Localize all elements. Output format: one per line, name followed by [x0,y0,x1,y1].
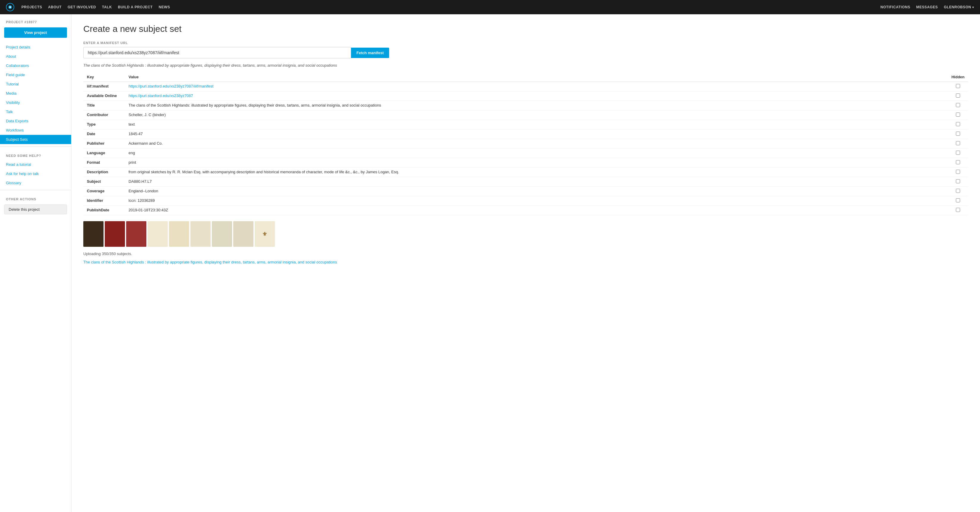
upload-status: Uploading 350/350 subjects. [83,252,968,256]
thumb-8 [233,221,253,247]
nav-left: PROJECTS ABOUT GET INVOLVED TALK BUILD A… [6,3,170,11]
cell-key: Type [83,120,125,129]
table-row: Descriptionfrom original sketches by R. … [83,167,968,177]
sidebar-item-subject-sets[interactable]: Subject Sets [0,135,71,144]
nav-notifications[interactable]: NOTIFICATIONS [880,5,910,9]
zooniverse-logo[interactable] [6,3,14,11]
thumb-9: ⚜ [255,221,275,247]
cell-value: lccn: 12036289 [125,196,948,206]
cell-hidden[interactable] [948,158,968,167]
thumb-4 [148,221,168,247]
hidden-checkbox[interactable] [956,170,960,174]
table-row: Date1845-47 [83,129,968,139]
cell-hidden[interactable] [948,206,968,215]
cell-value[interactable]: https://purl.stanford.edu/xs238yz7087 [125,91,948,101]
hidden-checkbox[interactable] [956,179,960,183]
cell-hidden[interactable] [948,167,968,177]
sidebar-item-tutorial[interactable]: Tutorial [0,80,71,89]
cell-hidden[interactable] [948,148,968,158]
cell-hidden[interactable] [948,110,968,120]
sidebar-item-talk[interactable]: Talk [0,107,71,116]
cell-hidden[interactable] [948,177,968,187]
cell-key: iiif:manifest [83,82,125,91]
col-hidden: Hidden [948,72,968,82]
sidebar-item-workflows[interactable]: Workflows [0,126,71,135]
hidden-checkbox[interactable] [956,122,960,126]
nav-links: PROJECTS ABOUT GET INVOLVED TALK BUILD A… [21,5,170,9]
fetch-manifest-button[interactable]: Fetch manifest [351,48,389,58]
nav-get-involved[interactable]: GET INVOLVED [68,5,96,9]
cell-hidden[interactable] [948,101,968,110]
cell-hidden[interactable] [948,187,968,196]
svg-point-2 [9,6,11,8]
sidebar-item-media[interactable]: Media [0,89,71,98]
hidden-checkbox[interactable] [956,151,960,155]
sidebar-item-project-details[interactable]: Project details [0,43,71,52]
hidden-checkbox[interactable] [956,84,960,88]
hidden-checkbox[interactable] [956,94,960,97]
cell-key: PublishDate [83,206,125,215]
sidebar-item-data-exports[interactable]: Data Exports [0,116,71,126]
hidden-checkbox[interactable] [956,103,960,107]
cell-key: Format [83,158,125,167]
nav-username: GLENROBSON [944,5,971,9]
hidden-checkbox[interactable] [956,189,960,193]
view-project-button[interactable]: View project [4,27,67,38]
table-row: iiif:manifesthttps://purl.stanford.edu/x… [83,82,968,91]
sidebar-item-field-guide[interactable]: Field guide [0,70,71,80]
nav-about[interactable]: ABOUT [48,5,62,9]
sidebar-item-about[interactable]: About [0,52,71,61]
nav-build[interactable]: BUILD A PROJECT [118,5,153,9]
cell-hidden[interactable] [948,139,968,148]
cell-value: DA880.H7.L7 [125,177,948,187]
cell-hidden[interactable] [948,91,968,101]
table-row: Typetext [83,120,968,129]
hidden-checkbox[interactable] [956,198,960,203]
sidebar-item-ask-help[interactable]: Ask for help on talk [0,169,71,178]
table-row: Formatprint [83,158,968,167]
hidden-checkbox[interactable] [956,141,960,145]
hidden-checkbox[interactable] [956,208,960,212]
sidebar-item-glossary[interactable]: Glossary [0,178,71,188]
other-actions-label: OTHER ACTIONS [0,193,71,203]
cell-key: Description [83,167,125,177]
cell-value: print [125,158,948,167]
cell-key: Available Online [83,91,125,101]
table-row: ContributorScheller, J. C (binder) [83,110,968,120]
manifest-url-input[interactable] [83,47,351,58]
cell-value: eng [125,148,948,158]
cell-value[interactable]: https://purl.stanford.edu/xs238yz7087/ii… [125,82,948,91]
hidden-checkbox[interactable] [956,113,960,117]
thumb-6 [190,221,211,247]
cell-key: Date [83,129,125,139]
cell-hidden[interactable] [948,196,968,206]
meta-link[interactable]: https://purl.stanford.edu/xs238yz7087/ii… [129,84,213,88]
meta-link[interactable]: https://purl.stanford.edu/xs238yz7087 [129,94,193,98]
page-title: Create a new subject set [83,24,968,34]
sidebar-item-collaborators[interactable]: Collaborators [0,61,71,70]
main-content: Create a new subject set ENTER A MANIFES… [72,14,980,512]
nav-talk[interactable]: TALK [102,5,112,9]
page-layout: PROJECT #18977 View project Project deta… [0,14,980,512]
help-section-label: NEED SOME HELP? [0,149,71,160]
nav-projects[interactable]: PROJECTS [21,5,42,9]
hidden-checkbox[interactable] [956,132,960,136]
cell-hidden[interactable] [948,82,968,91]
thumb-5 [169,221,189,247]
result-link[interactable]: The clans of the Scottish Highlands : il… [83,260,337,264]
thumb-7 [212,221,232,247]
cell-hidden[interactable] [948,129,968,139]
nav-messages[interactable]: MESSAGES [916,5,938,9]
delete-project-button[interactable]: Delete this project [4,204,67,214]
nav-news[interactable]: NEWS [159,5,170,9]
manifest-input-row: Fetch manifest [83,47,968,58]
cell-hidden[interactable] [948,120,968,129]
table-row: SubjectDA880.H7.L7 [83,177,968,187]
chevron-down-icon: ▾ [972,6,974,9]
sidebar-divider-1 [0,147,71,147]
cell-key: Contributor [83,110,125,120]
sidebar-item-read-tutorial[interactable]: Read a tutorial [0,160,71,169]
hidden-checkbox[interactable] [956,160,960,164]
sidebar-item-visibility[interactable]: Visibility [0,98,71,107]
nav-user-menu[interactable]: GLENROBSON ▾ [944,5,974,9]
